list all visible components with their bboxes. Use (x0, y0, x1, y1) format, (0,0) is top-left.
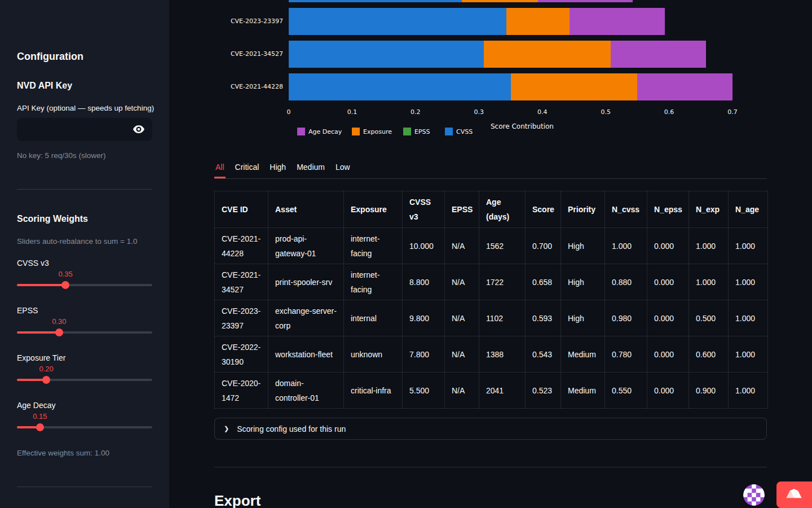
slider-thumb[interactable] (42, 376, 50, 384)
table-cell: 0.600 (689, 336, 729, 373)
streamlit-badge[interactable] (776, 481, 812, 508)
table-cell: N/A (445, 300, 479, 336)
table-cell: 0.000 (647, 336, 689, 373)
table-cell: CVE-2020-1472 (215, 373, 268, 409)
score-contribution-chart: CVE-2022-30190CVE-2023-23397CVE-2021-345… (214, 0, 784, 146)
table-cell: 0.543 (526, 336, 561, 373)
table-cell: 1562 (479, 228, 526, 264)
legend-swatch (403, 128, 411, 135)
slider-label: Exposure Tier (17, 353, 152, 362)
table-cell: CVE-2021-44228 (215, 228, 268, 264)
table-header-cell: Exposure (344, 191, 403, 228)
table-header-row: CVE IDAssetExposureCVSS v3EPSSAge (days)… (215, 191, 768, 228)
api-key-input-label: API Key (optional — speeds up fetching) (17, 104, 154, 112)
table-header-cell: EPSS (445, 191, 479, 228)
weights-caption: Sliders auto-rebalance to sum = 1.0 (17, 237, 138, 246)
slider-exposure-tier: Exposure Tier0.20 (17, 353, 152, 388)
tab-low[interactable]: Low (334, 160, 351, 178)
slider-label: EPSS (17, 306, 152, 315)
nvd-api-key-heading: NVD API Key (17, 81, 72, 91)
bar-segment-age-decay (538, 0, 633, 2)
table-header-cell: N_cvss (605, 191, 647, 228)
table-cell: 1.000 (605, 228, 647, 264)
table-cell: N/A (445, 373, 479, 409)
table-header-cell: N_exp (689, 191, 729, 228)
table-cell: exchange-server-corp (268, 300, 344, 336)
table-cell: CVE-2022-30190 (215, 336, 268, 373)
slider-cvss-v3: CVSS v30.35 (17, 259, 152, 294)
x-axis-tick-label: 0.2 (403, 108, 428, 116)
table-cell: 0.780 (605, 336, 647, 373)
table-cell: 0.000 (647, 264, 689, 300)
slider-value: 0.15 (28, 412, 52, 421)
slider-thumb[interactable] (61, 281, 69, 289)
table-cell: 0.000 (647, 373, 689, 409)
x-axis-tick-label: 0.1 (339, 108, 364, 116)
table-cell: 0.658 (526, 264, 561, 300)
legend-swatch (445, 128, 453, 135)
table-cell: N/A (445, 264, 479, 300)
slider-age-decay: Age Decay0.15 (17, 401, 152, 436)
table-header-cell: N_epss (647, 191, 689, 228)
divider (17, 189, 152, 190)
table-cell: CVE-2023-23397 (215, 300, 268, 336)
table-header-cell: Score (526, 191, 561, 228)
slider-thumb[interactable] (55, 329, 63, 336)
table-cell: domain-controller-01 (268, 373, 344, 409)
user-avatar[interactable] (743, 484, 765, 506)
table-header-cell: CVE ID (215, 191, 268, 228)
table-cell: 5.500 (403, 373, 445, 409)
table-cell: CVE-2021-34527 (215, 264, 268, 300)
table-row: CVE-2021-34527print-spooler-srvinternet-… (215, 264, 768, 300)
table-cell: 2041 (479, 373, 526, 409)
table-cell: High (561, 300, 605, 336)
bar-category-label: CVE-2021-34527 (220, 50, 283, 58)
x-axis-tick-label: 0 (276, 108, 301, 116)
x-axis-tick-label: 0.6 (657, 108, 682, 116)
eye-icon (133, 125, 144, 135)
table-cell: 8.800 (403, 264, 445, 300)
cve-table: CVE IDAssetExposureCVSS v3EPSSAge (days)… (214, 191, 768, 409)
slider-fill (17, 284, 65, 286)
table-cell: High (561, 228, 605, 264)
slider-label: Age Decay (17, 401, 152, 410)
table-cell: 1102 (479, 300, 526, 336)
x-axis-tick-label: 0.5 (593, 108, 618, 116)
table-cell: 1388 (479, 336, 526, 373)
legend-swatch (297, 128, 305, 135)
table-cell: 9.800 (403, 300, 445, 336)
tab-high[interactable]: High (268, 160, 287, 178)
legend-swatch (352, 128, 360, 135)
divider (17, 487, 152, 487)
table-cell: 0.500 (689, 300, 729, 336)
table-cell: internal (344, 300, 403, 336)
avatar-pixel-icon (743, 499, 765, 506)
password-visibility-toggle[interactable] (132, 123, 145, 137)
table-cell: 1.000 (729, 373, 768, 409)
table-cell: workstation-fleet (268, 336, 344, 373)
bar-segment-cvss (289, 8, 506, 35)
bar-segment-cvss (289, 73, 511, 100)
slider-label: CVSS v3 (17, 259, 152, 268)
scoring-weights-heading: Scoring Weights (17, 214, 88, 224)
table-header-cell: Age (days) (479, 191, 526, 228)
table-cell: internet-facing (344, 264, 403, 300)
tab-all[interactable]: All (214, 160, 226, 178)
table-cell: 0.900 (689, 373, 729, 409)
slider-thumb[interactable] (36, 423, 44, 431)
scoring-config-expander[interactable]: ❯ Scoring config used for this run (214, 418, 767, 440)
weights-sum-caption: Effective weights sum: 1.00 (17, 449, 109, 457)
table-cell: 0.880 (605, 264, 647, 300)
slider-epss: EPSS0.30 (17, 306, 152, 341)
legend-label: CVSS (456, 128, 473, 135)
table-cell: prod-api-gateway-01 (268, 228, 344, 264)
table-cell: 1.000 (729, 228, 768, 264)
table-cell: 0.523 (526, 373, 561, 409)
tab-medium[interactable]: Medium (295, 160, 326, 178)
table-cell: unknown (344, 336, 403, 373)
tab-critical[interactable]: Critical (234, 160, 261, 178)
table-cell: 1722 (479, 264, 526, 300)
table-cell: Medium (561, 336, 605, 373)
bar-segment-exposure (511, 73, 638, 100)
table-cell: 7.800 (403, 336, 445, 373)
